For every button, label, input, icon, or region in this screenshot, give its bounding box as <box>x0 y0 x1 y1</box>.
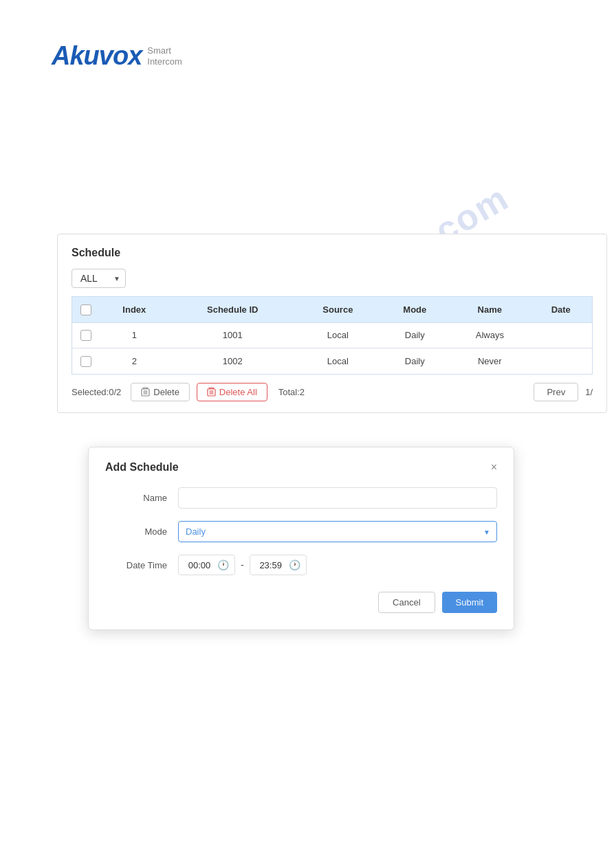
logo-tagline: Smart Intercom <box>147 45 182 67</box>
row-source: Local <box>296 348 380 375</box>
row-checkbox-0[interactable] <box>80 330 91 341</box>
modal-title: Add Schedule <box>105 461 179 474</box>
mode-label: Mode <box>105 526 167 537</box>
logo-brand: Akuvox <box>52 41 142 71</box>
row-source: Local <box>296 322 380 348</box>
total-info: Total:2 <box>278 387 305 397</box>
trash-all-icon <box>207 387 216 397</box>
filter-select-wrapper[interactable]: ALL Local Cloud <box>72 269 126 288</box>
table-header-row: Index Schedule ID Source Mode Name Date <box>72 297 593 323</box>
time-separator: - <box>241 559 244 570</box>
selected-info: Selected:0/2 <box>72 387 121 397</box>
col-date: Date <box>530 297 593 323</box>
row-index: 1 <box>100 322 170 348</box>
delete-all-button[interactable]: Delete All <box>197 383 267 401</box>
logo-area: Akuvox Smart Intercom <box>52 41 182 71</box>
col-schedule-id: Schedule ID <box>169 297 296 323</box>
bottom-bar: Selected:0/2 Delete <box>72 383 593 401</box>
mode-select-wrapper[interactable]: Daily Weekly Monthly <box>178 521 497 542</box>
schedule-panel: Schedule ALL Local Cloud Index Schedule … <box>57 234 607 413</box>
date-time-row: Date Time 🕐 - 🕐 <box>105 555 497 575</box>
row-mode: Daily <box>380 348 450 375</box>
filter-select[interactable]: ALL Local Cloud <box>72 269 126 288</box>
row-checkbox-cell <box>72 322 100 348</box>
end-time-wrapper: 🕐 <box>250 555 307 575</box>
col-source: Source <box>296 297 380 323</box>
table-body: 1 1001 Local Daily Always 2 1002 Local D… <box>72 322 593 374</box>
row-date <box>530 348 593 375</box>
filter-bar: ALL Local Cloud <box>72 269 593 288</box>
select-all-checkbox[interactable] <box>80 304 91 315</box>
trash-icon <box>141 387 150 397</box>
time-row: 🕐 - 🕐 <box>178 555 497 575</box>
start-time-input[interactable] <box>184 560 215 570</box>
row-name: Always <box>450 322 529 348</box>
table-row: 2 1002 Local Daily Never <box>72 348 593 375</box>
row-mode: Daily <box>380 322 450 348</box>
mode-row: Mode Daily Weekly Monthly <box>105 521 497 542</box>
col-checkbox <box>72 297 100 323</box>
mode-select[interactable]: Daily Weekly Monthly <box>178 521 497 542</box>
cancel-button[interactable]: Cancel <box>378 592 435 613</box>
row-index: 2 <box>100 348 170 375</box>
table-row: 1 1001 Local Daily Always <box>72 322 593 348</box>
row-name: Never <box>450 348 529 375</box>
start-time-wrapper: 🕐 <box>178 555 235 575</box>
row-checkbox-cell <box>72 348 100 375</box>
end-clock-icon: 🕐 <box>289 559 300 570</box>
add-schedule-modal: Add Schedule × Name Mode Daily Weekly Mo… <box>88 447 514 630</box>
end-time-input[interactable] <box>256 560 286 570</box>
start-clock-icon: 🕐 <box>217 559 229 570</box>
col-index: Index <box>100 297 170 323</box>
col-name: Name <box>450 297 529 323</box>
name-row: Name <box>105 487 497 509</box>
delete-button[interactable]: Delete <box>131 383 190 401</box>
row-schedule-id: 1002 <box>169 348 296 375</box>
prev-button[interactable]: Prev <box>534 383 578 401</box>
modal-header: Add Schedule × <box>105 461 497 474</box>
schedule-table: Index Schedule ID Source Mode Name Date … <box>72 296 593 375</box>
row-checkbox-1[interactable] <box>80 356 91 367</box>
submit-button[interactable]: Submit <box>442 592 497 613</box>
delete-label: Delete <box>153 387 179 397</box>
modal-close-button[interactable]: × <box>491 462 497 473</box>
page-number: 1/ <box>585 387 593 397</box>
modal-footer: Cancel Submit <box>105 592 497 613</box>
delete-all-label: Delete All <box>219 387 257 397</box>
name-input[interactable] <box>178 487 497 509</box>
name-label: Name <box>105 493 167 503</box>
row-schedule-id: 1001 <box>169 322 296 348</box>
col-mode: Mode <box>380 297 450 323</box>
schedule-title: Schedule <box>72 247 593 259</box>
row-date <box>530 322 593 348</box>
date-time-label: Date Time <box>105 560 167 570</box>
